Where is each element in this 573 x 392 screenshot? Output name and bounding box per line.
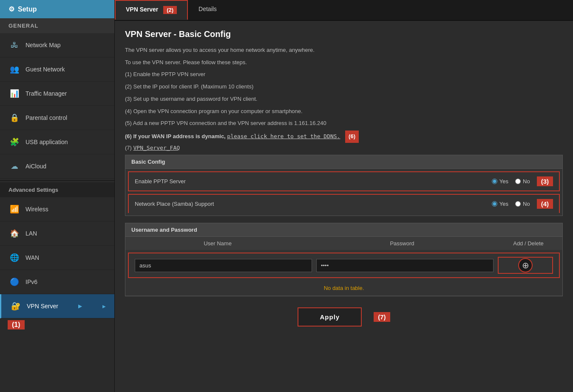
network-place-no-option[interactable]: No: [515, 201, 530, 207]
sidebar-divider: [0, 180, 114, 181]
network-place-yes-option[interactable]: Yes: [492, 201, 508, 207]
sidebar-item-label: Parental control: [26, 114, 67, 121]
apply-section: Apply (7): [125, 303, 563, 333]
step6: (6) If your WAN IP address is dynamic, p…: [125, 131, 563, 143]
step2: (2) Set the IP pool for client IP. (Maxi…: [125, 82, 563, 92]
sidebar-item-aicloud[interactable]: ☁ AiCloud: [0, 154, 114, 179]
sidebar-item-label: Wireless: [26, 206, 48, 213]
badge-4: (4): [537, 199, 553, 209]
advanced-settings-label: Advanced Settings: [0, 182, 114, 197]
network-place-label: Network Place (Samba) Support: [135, 201, 492, 207]
tab-details[interactable]: Details: [188, 0, 227, 20]
network-place-radio-group: Yes No: [492, 201, 530, 207]
active-arrow: ▶: [78, 303, 82, 309]
apply-button[interactable]: Apply: [298, 307, 362, 327]
network-map-icon: 🖧: [9, 39, 20, 51]
network-place-no-radio[interactable]: [515, 201, 521, 207]
col-password-header: Password: [310, 240, 494, 247]
step3: (3) Set up the username and password for…: [125, 94, 563, 105]
setup-label: Setup: [18, 6, 37, 13]
sidebar-item-label: VPN Server: [27, 303, 58, 310]
up-header: Username and Password: [125, 223, 562, 237]
ipv6-icon: 🔵: [9, 276, 20, 288]
description-intro: The VPN server allows you to access your…: [125, 46, 563, 55]
badge-6: (6): [345, 131, 359, 143]
up-table-header: User Name Password Add / Delete: [125, 237, 562, 250]
sidebar-item-wan[interactable]: 🌐 WAN: [0, 246, 114, 270]
col-username-header: User Name: [125, 240, 310, 247]
enable-pptp-label: Enable PPTP Server: [135, 178, 492, 185]
add-delete-container: ⊕: [498, 257, 553, 274]
sidebar-item-vpn-server[interactable]: 🔐 VPN Server ▶: [0, 294, 114, 318]
content-area: VPN Server (2) Details VPN Server - Basi…: [115, 0, 573, 392]
aicloud-icon: ☁: [9, 160, 20, 172]
badge-7: (7): [374, 312, 390, 322]
badge-1: (1): [8, 320, 25, 330]
parental-control-icon: 🔒: [9, 112, 20, 124]
enable-pptp-yes-radio[interactable]: [492, 179, 497, 184]
sidebar-item-label: Network Map: [26, 42, 60, 48]
tabs-bar: VPN Server (2) Details: [115, 0, 573, 21]
steps-intro: To use the VPN server. Please follow the…: [125, 57, 563, 68]
enable-pptp-yes-option[interactable]: Yes: [492, 178, 508, 185]
no-data-message: No data in table.: [125, 281, 562, 296]
step1: (1) Enable the PPTP VPN server: [125, 69, 563, 80]
step5: (5) Add a new PPTP VPN connection and th…: [125, 118, 563, 129]
tab-vpn-server[interactable]: VPN Server (2): [115, 0, 188, 20]
enable-pptp-row: Enable PPTP Server Yes No (3): [128, 171, 560, 191]
wan-icon: 🌐: [9, 252, 20, 264]
enable-pptp-no-option[interactable]: No: [515, 178, 530, 185]
step4: (4) Open the VPN connection program on y…: [125, 106, 563, 117]
wireless-icon: 📶: [9, 203, 20, 215]
username-password-section: Username and Password User Name Password…: [125, 223, 563, 296]
sidebar-item-network-map[interactable]: 🖧 Network Map: [0, 33, 114, 57]
guest-network-icon: 👥: [9, 63, 20, 75]
sidebar-item-guest-network[interactable]: 👥 Guest Network: [0, 57, 114, 82]
ddns-link[interactable]: please click here to set the DDNS.: [227, 133, 340, 139]
up-input-row: ⊕: [128, 253, 560, 278]
lan-icon: 🏠: [9, 227, 20, 239]
traffic-manager-icon: 📊: [9, 88, 20, 99]
page-title: VPN Server - Basic Config: [125, 29, 563, 39]
sidebar-item-label: WAN: [26, 254, 39, 261]
network-place-row: Network Place (Samba) Support Yes No (4): [128, 194, 560, 213]
sidebar-setup: ⚙ Setup: [0, 0, 114, 18]
apply-label: Apply: [320, 313, 340, 321]
sidebar-item-lan[interactable]: 🏠 LAN: [0, 222, 114, 246]
sidebar-item-ipv6[interactable]: 🔵 IPv6: [0, 270, 114, 294]
password-input[interactable]: [316, 259, 494, 272]
sidebar-item-usb-application[interactable]: 🧩 USB application: [0, 130, 114, 154]
usb-application-icon: 🧩: [9, 136, 20, 148]
username-input[interactable]: [135, 259, 312, 272]
basic-config-header: Basic Config: [125, 155, 562, 169]
general-section-label: General: [0, 18, 114, 33]
sidebar-item-parental-control[interactable]: 🔒 Parental control: [0, 106, 114, 130]
sidebar-item-wireless[interactable]: 📶 Wireless: [0, 197, 114, 222]
step7: (7) VPN_Server_FAQ: [125, 143, 563, 153]
badge-2: (2): [163, 6, 177, 14]
vpn-server-icon: 🔐: [10, 300, 22, 312]
enable-pptp-radio-group: Yes No: [492, 178, 530, 185]
sidebar-item-traffic-manager[interactable]: 📊 Traffic Manager: [0, 82, 114, 106]
faq-link[interactable]: VPN_Server_FAQ: [133, 145, 180, 151]
enable-pptp-no-radio[interactable]: [515, 179, 521, 184]
sidebar-item-label: Traffic Manager: [26, 90, 67, 97]
page-content: VPN Server - Basic Config The VPN server…: [115, 21, 573, 392]
sidebar: ⚙ Setup General 🖧 Network Map 👥 Guest Ne…: [0, 0, 115, 392]
add-button[interactable]: ⊕: [518, 258, 533, 273]
sidebar-item-label: LAN: [26, 230, 37, 237]
sidebar-item-label: Guest Network: [26, 66, 65, 73]
sidebar-item-label: IPv6: [26, 278, 37, 285]
setup-icon: ⚙: [9, 5, 14, 13]
col-add-delete-header: Add / Delete: [494, 240, 562, 247]
sidebar-item-label: USB application: [26, 139, 68, 145]
basic-config-section: Basic Config Enable PPTP Server Yes No: [125, 155, 563, 216]
network-place-yes-radio[interactable]: [492, 201, 497, 207]
badge-3: (3): [537, 176, 553, 186]
sidebar-item-label: AiCloud: [26, 163, 46, 170]
